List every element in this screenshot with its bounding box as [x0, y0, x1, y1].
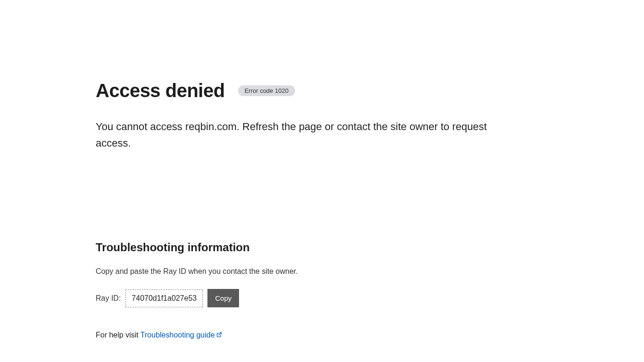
page-title: Access denied	[96, 80, 225, 101]
svg-line-0	[219, 333, 222, 336]
help-row: For help visit Troubleshooting guide	[96, 331, 548, 339]
header-row: Access denied Error code 1020	[96, 80, 548, 101]
troubleshooting-heading: Troubleshooting information	[96, 241, 548, 254]
copy-instruction: Copy and paste the Ray ID when you conta…	[96, 267, 548, 276]
access-denied-message: You cannot access reqbin.com. Refresh th…	[96, 118, 520, 151]
copy-button[interactable]: Copy	[207, 289, 239, 307]
external-link-icon	[216, 331, 222, 339]
error-code-badge: Error code 1020	[238, 85, 295, 96]
ray-id-value: 74070d1f1a027e53	[125, 289, 203, 307]
troubleshooting-guide-link[interactable]: Troubleshooting guide	[140, 331, 222, 339]
ray-id-row: Ray ID: 74070d1f1a027e53 Copy	[96, 289, 548, 307]
ray-id-label: Ray ID:	[96, 294, 121, 303]
help-prefix: For help visit	[96, 331, 140, 339]
